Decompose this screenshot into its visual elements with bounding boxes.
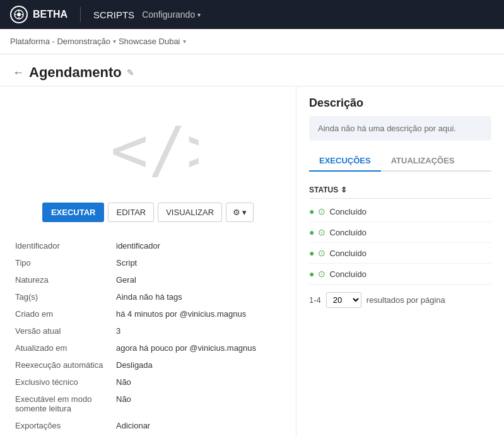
info-table-row: ExportaçõesAdicionar xyxy=(13,417,283,434)
info-field-value: 3 xyxy=(114,322,283,339)
breadcrumb-platform[interactable]: Plataforma - Demonstração ▾ xyxy=(10,37,116,46)
status-check-icon: ⊙ xyxy=(318,227,325,237)
edit-button[interactable]: EDITAR xyxy=(108,203,154,222)
status-check-icon: ⊙ xyxy=(318,269,325,279)
per-page-select[interactable]: 20 10 50 100 xyxy=(326,292,361,308)
right-panel: Descrição Ainda não há uma descrição por… xyxy=(296,86,504,436)
info-field-value: Não xyxy=(114,374,283,391)
gear-icon: ⚙ xyxy=(233,208,240,217)
status-rows: ● ⊙ Concluído ● ⊙ Concluído ● ⊙ Concluíd… xyxy=(309,201,491,285)
tab-atualizacoes[interactable]: ATUALIZAÇÕES xyxy=(381,151,465,172)
page-title: Agendamento xyxy=(29,64,122,81)
info-table-row: Tag(s)Ainda não há tags xyxy=(13,288,283,305)
showcase-chevron: ▾ xyxy=(183,38,186,45)
pagination-row: 1-4 20 10 50 100 resultados por página xyxy=(309,292,491,308)
main-content: </> EXECUTAR EDITAR VISUALIZAR ⚙ ▾ Ident… xyxy=(0,86,504,436)
status-header: STATUS ⇕ xyxy=(309,182,491,199)
info-field-value: há 4 minutos por @vinicius.magnus xyxy=(114,305,283,322)
status-check-icon: ⊙ xyxy=(318,248,325,258)
left-panel: </> EXECUTAR EDITAR VISUALIZAR ⚙ ▾ Ident… xyxy=(0,86,296,436)
per-page-label: resultados por página xyxy=(366,295,445,305)
info-field-label: Identificador xyxy=(13,237,114,254)
edit-title-icon[interactable]: ✎ xyxy=(127,68,134,78)
configurando-chevron: ▾ xyxy=(197,11,201,18)
description-box: Ainda não há uma descrição por aqui. xyxy=(309,116,491,141)
nav-configurando-menu[interactable]: Configurando ▾ xyxy=(142,9,201,20)
info-field-label: Atualizado em xyxy=(13,339,114,356)
info-table: IdentificadoridentificadorTipoScriptNatu… xyxy=(13,237,283,436)
status-label: Concluído xyxy=(329,269,366,279)
info-table-row: Versão atual3 xyxy=(13,322,283,339)
platform-label: Plataforma - Demonstração xyxy=(10,37,110,46)
page-header: ← Agendamento ✎ xyxy=(0,54,504,86)
info-table-row: Exclusivo técnicoNão xyxy=(13,374,283,391)
info-field-label: Criado em xyxy=(13,305,114,322)
gear-chevron-icon: ▾ xyxy=(242,208,247,217)
info-field-value[interactable]: Ainda não há tags xyxy=(114,288,283,305)
info-field-value: agora há pouco por @vinicius.magnus xyxy=(114,339,283,356)
top-navigation: BETHA SCRIPTS Configurando ▾ xyxy=(0,0,504,29)
info-table-row: Identificadoridentificador xyxy=(13,237,283,254)
info-field-label: Natureza xyxy=(13,271,114,288)
svg-text:</>: </> xyxy=(110,113,199,187)
info-field-label: Exclusivo técnico xyxy=(13,374,114,391)
status-label: Concluído xyxy=(329,207,366,216)
execute-button[interactable]: EXECUTAR xyxy=(42,203,105,222)
status-row[interactable]: ● ⊙ Concluído xyxy=(309,222,491,243)
info-field-label: Tipo xyxy=(13,254,114,271)
configurando-label: Configurando xyxy=(142,9,195,20)
status-row[interactable]: ● ⊙ Concluído xyxy=(309,243,491,264)
info-field-value: Não xyxy=(114,391,283,417)
status-row[interactable]: ● ⊙ Concluído xyxy=(309,264,491,285)
info-field-label: Reexecução automática xyxy=(13,356,114,374)
info-table-row: NaturezaGeral xyxy=(13,271,283,288)
svg-point-1 xyxy=(17,13,21,16)
logo-icon xyxy=(10,6,28,23)
nav-scripts-label: SCRIPTS xyxy=(93,9,134,20)
script-code-icon: </> xyxy=(98,112,199,187)
status-label: STATUS ⇕ xyxy=(309,186,347,194)
nav-divider xyxy=(80,7,81,22)
info-field-value[interactable]: identificador xyxy=(114,237,283,254)
description-title: Descrição xyxy=(309,97,491,110)
info-table-row: Atualizado emagora há pouco por @viniciu… xyxy=(13,339,283,356)
pagination-range: 1-4 xyxy=(309,295,321,305)
info-field-label: Versão atual xyxy=(13,322,114,339)
info-table-row: Reexecução automáticaDesligada xyxy=(13,356,283,374)
info-field-value: Desligada xyxy=(114,356,283,374)
info-field-label: Tag(s) xyxy=(13,288,114,305)
status-check-icon: ⊙ xyxy=(318,206,325,216)
breadcrumb-showcase[interactable]: Showcase Dubai ▾ xyxy=(119,37,186,46)
info-table-row: Criado emhá 4 minutos por @vinicius.magn… xyxy=(13,305,283,322)
status-green-icon: ● xyxy=(309,269,314,279)
status-green-icon: ● xyxy=(309,206,314,216)
info-table-row: TipoScript xyxy=(13,254,283,271)
info-field-value: Geral xyxy=(114,271,283,288)
status-label: Concluído xyxy=(329,228,366,237)
info-table-row: Executável em modo somente leituraNão xyxy=(13,391,283,417)
action-buttons: EXECUTAR EDITAR VISUALIZAR ⚙ ▾ xyxy=(13,203,283,222)
gear-button[interactable]: ⚙ ▾ xyxy=(226,203,254,222)
status-label: Concluído xyxy=(329,249,366,258)
script-icon-area: </> xyxy=(13,99,283,203)
status-row[interactable]: ● ⊙ Concluído xyxy=(309,201,491,222)
status-green-icon: ● xyxy=(309,227,314,237)
info-field-value[interactable]: Adicionar xyxy=(114,417,283,434)
brand-name: BETHA xyxy=(33,9,67,20)
visualize-button[interactable]: VISUALIZAR xyxy=(158,203,222,222)
breadcrumb: Plataforma - Demonstração ▾ Showcase Dub… xyxy=(0,29,504,54)
platform-chevron: ▾ xyxy=(113,38,116,45)
showcase-label: Showcase Dubai xyxy=(119,37,180,46)
tab-execucoes[interactable]: EXECUÇÕES xyxy=(309,151,381,172)
brand-logo: BETHA xyxy=(10,6,67,23)
tabs-container: EXECUÇÕES ATUALIZAÇÕES xyxy=(309,151,491,172)
back-button[interactable]: ← xyxy=(13,66,24,80)
info-field-label: Executável em modo somente leitura xyxy=(13,391,114,417)
info-field-label: Exportações xyxy=(13,417,114,434)
info-field-value: Script xyxy=(114,254,283,271)
status-green-icon: ● xyxy=(309,248,314,258)
